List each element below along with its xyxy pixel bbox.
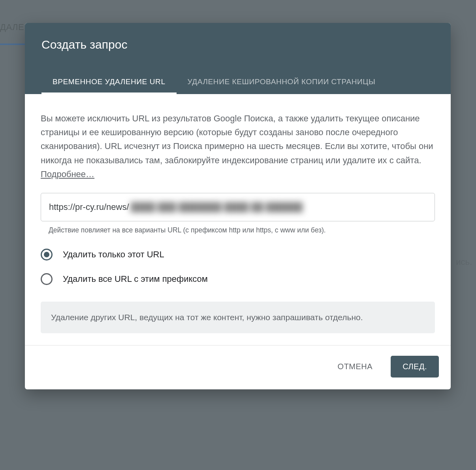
learn-more-link[interactable]: Подробнее… bbox=[41, 169, 94, 179]
removal-scope-radio-group: Удалить только этот URL Удалить все URL … bbox=[41, 249, 435, 285]
radio-label: Удалить только этот URL bbox=[63, 249, 164, 260]
dialog-body: Вы можете исключить URL из результатов G… bbox=[25, 94, 451, 345]
dialog-title: Создать запрос bbox=[41, 38, 434, 51]
radio-remove-prefix[interactable]: Удалить все URL с этим префиксом bbox=[41, 273, 435, 285]
url-input-redacted: ████ ███ ███████ ████ ██ ██████ bbox=[129, 202, 303, 212]
radio-label: Удалить все URL с этим префиксом bbox=[63, 274, 208, 284]
tab-temporary-removal[interactable]: ВРЕМЕННОЕ УДАЛЕНИЕ URL bbox=[41, 70, 177, 94]
radio-icon bbox=[41, 249, 53, 260]
dialog-header: Создать запрос ВРЕМЕННОЕ УДАЛЕНИЕ URL УД… bbox=[25, 23, 451, 94]
dialog-tabs: ВРЕМЕННОЕ УДАЛЕНИЕ URL УДАЛЕНИЕ КЕШИРОВА… bbox=[41, 70, 434, 94]
info-note: Удаление других URL, ведущих на тот же к… bbox=[41, 302, 435, 334]
description-main: Вы можете исключить URL из результатов G… bbox=[41, 113, 433, 165]
next-button[interactable]: СЛЕД. bbox=[391, 356, 439, 378]
url-hint: Действие повлияет на все варианты URL (с… bbox=[41, 226, 435, 234]
radio-remove-only-this-url[interactable]: Удалить только этот URL bbox=[41, 249, 435, 260]
radio-icon bbox=[41, 273, 53, 285]
description-text: Вы можете исключить URL из результатов G… bbox=[41, 111, 435, 181]
url-input-value: https://pr-cy.ru/news/ bbox=[49, 202, 129, 212]
cancel-button[interactable]: ОТМЕНА bbox=[326, 356, 385, 378]
url-input[interactable]: https://pr-cy.ru/news/████ ███ ███████ █… bbox=[41, 193, 435, 221]
dialog-footer: ОТМЕНА СЛЕД. bbox=[25, 345, 451, 389]
create-request-dialog: Создать запрос ВРЕМЕННОЕ УДАЛЕНИЕ URL УД… bbox=[25, 23, 451, 389]
tab-clear-cached[interactable]: УДАЛЕНИЕ КЕШИРОВАННОЙ КОПИИ СТРАНИЦЫ bbox=[177, 70, 387, 94]
